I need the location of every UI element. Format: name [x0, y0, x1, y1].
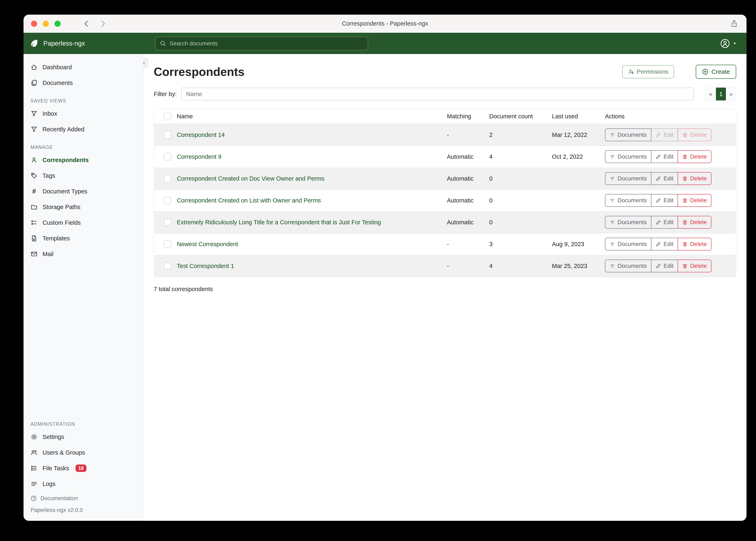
matching-cell: Automatic [443, 211, 485, 233]
delete-button[interactable]: Delete [678, 216, 711, 229]
documents-button[interactable]: Documents [605, 260, 651, 272]
delete-button[interactable]: Delete [678, 194, 711, 207]
sidebar-item-settings[interactable]: Settings [24, 429, 143, 445]
documents-label: Documents [618, 175, 647, 182]
correspondent-link[interactable]: Extremely Ridiculously Long Title for a … [177, 219, 381, 226]
documents-button[interactable]: Documents [605, 216, 651, 229]
correspondent-link[interactable]: Newest Correspondent [177, 241, 238, 248]
saved-views-heading: SAVED VIEWS [31, 98, 143, 104]
user-menu[interactable] [720, 39, 737, 48]
forward-icon[interactable] [99, 20, 107, 28]
create-button[interactable]: Create [696, 65, 736, 79]
correspondent-link[interactable]: Correspondent 14 [177, 132, 225, 138]
sidebar-item-logs[interactable]: Logs [24, 476, 143, 492]
page-title: Correspondents [154, 65, 245, 79]
pencil-icon [656, 154, 661, 160]
sidebar-item-file-tasks[interactable]: File Tasks 16 [24, 460, 143, 476]
correspondent-link[interactable]: Test Correspondent 1 [177, 263, 234, 269]
pagination: « 1 » [705, 87, 736, 101]
matching-cell: Automatic [443, 190, 485, 211]
delete-button[interactable]: Delete [678, 260, 711, 272]
delete-button[interactable]: Delete [678, 150, 711, 163]
sidebar-collapse-button[interactable]: « [143, 58, 148, 68]
documents-button[interactable]: Documents [605, 129, 651, 141]
documents-button[interactable]: Documents [605, 150, 651, 163]
delete-button[interactable]: Delete [678, 238, 711, 251]
share-button[interactable] [730, 15, 738, 33]
documents-label: Documents [618, 197, 647, 204]
column-header-name[interactable]: Name [172, 109, 443, 124]
trash-icon [682, 176, 688, 182]
delete-button[interactable]: Delete [678, 172, 711, 185]
sidebar-item-storage-paths[interactable]: Storage Paths [24, 199, 143, 215]
documents-button[interactable]: Documents [605, 194, 651, 207]
pagination-next-button[interactable]: » [726, 88, 736, 100]
sidebar-item-inbox[interactable]: Inbox [24, 106, 143, 122]
row-checkbox[interactable] [164, 262, 171, 270]
search-input[interactable] [170, 40, 364, 47]
sidebar-item-templates[interactable]: Templates [24, 231, 143, 246]
filter-name-input[interactable] [181, 88, 694, 100]
correspondent-link[interactable]: Correspondent 9 [177, 153, 221, 160]
minimize-button[interactable] [43, 21, 49, 27]
last-used-cell: Mar 25, 2023 [548, 255, 601, 277]
row-checkbox[interactable] [164, 219, 171, 226]
edit-button[interactable]: Edit [651, 238, 678, 251]
back-icon[interactable] [83, 20, 90, 28]
edit-label: Edit [664, 219, 673, 226]
sidebar-item-dashboard[interactable]: Dashboard [24, 59, 143, 75]
sidebar-item-label: Users & Groups [43, 449, 85, 456]
column-header-last-used[interactable]: Last used [548, 109, 601, 124]
brand[interactable]: Paperless-ngx [30, 39, 85, 48]
table-row: Correspondent 9 Automatic 4 Oct 2, 2022 … [154, 146, 736, 168]
sidebar-item-custom-fields[interactable]: Custom Fields [24, 215, 143, 231]
trash-icon [682, 154, 688, 160]
edit-button[interactable]: Edit [651, 150, 678, 163]
sidebar-item-recently-added[interactable]: Recently Added [24, 122, 143, 137]
edit-button[interactable]: Edit [651, 260, 678, 272]
tag-icon [31, 172, 38, 179]
edit-button[interactable]: Edit [651, 194, 678, 207]
edit-button[interactable]: Edit [651, 172, 678, 185]
column-header-document-count[interactable]: Document count [485, 109, 548, 124]
last-used-cell [548, 211, 601, 233]
global-search [155, 37, 368, 50]
pagination-prev-button[interactable]: « [706, 88, 716, 100]
sidebar-item-document-types[interactable]: # Document Types [24, 184, 143, 199]
row-checkbox[interactable] [164, 175, 171, 182]
close-button[interactable] [31, 21, 37, 27]
last-used-cell: Aug 9, 2023 [548, 233, 601, 255]
correspondent-link[interactable]: Correspondent Created on Doc View Owner … [177, 175, 324, 182]
documentation-label: Documentation [40, 495, 78, 502]
sidebar-item-users-groups[interactable]: Users & Groups [24, 445, 143, 460]
edit-button[interactable]: Edit [651, 129, 678, 141]
documents-button[interactable]: Documents [605, 172, 651, 185]
zoom-button[interactable] [54, 21, 61, 27]
correspondent-link[interactable]: Correspondent Created on List with Owner… [177, 197, 321, 204]
sidebar-item-documents[interactable]: Documents [24, 75, 143, 91]
column-header-actions: Actions [601, 109, 736, 124]
delete-button[interactable]: Delete [678, 129, 711, 141]
permissions-button[interactable]: Permissions [622, 65, 674, 78]
sidebar-spacer [24, 262, 143, 414]
row-checkbox[interactable] [164, 153, 171, 161]
row-actions: Documents Edit Delete [605, 238, 711, 251]
documents-button[interactable]: Documents [605, 238, 651, 251]
table-row: Test Correspondent 1 - 4 Mar 25, 2023 Do… [154, 255, 736, 277]
select-all-checkbox[interactable] [164, 113, 171, 120]
documentation-link[interactable]: Documentation [24, 492, 143, 505]
edit-button[interactable]: Edit [651, 216, 678, 229]
sidebar-item-tags[interactable]: Tags [24, 168, 143, 184]
page-header: Correspondents Permissions Create [154, 65, 736, 79]
row-checkbox[interactable] [164, 241, 171, 248]
sidebar-item-label: Logs [43, 481, 56, 487]
sidebar-item-label: Templates [43, 235, 70, 242]
custom-fields-icon [31, 219, 38, 226]
screen: Correspondents - Paperless-ngx Paperless… [0, 0, 756, 541]
row-checkbox[interactable] [164, 131, 171, 139]
sidebar-item-mail[interactable]: Mail [24, 246, 143, 262]
column-header-matching[interactable]: Matching [443, 109, 485, 124]
row-checkbox[interactable] [164, 197, 171, 204]
sidebar-item-correspondents[interactable]: Correspondents [24, 152, 143, 168]
pagination-page-1-button[interactable]: 1 [716, 88, 726, 100]
